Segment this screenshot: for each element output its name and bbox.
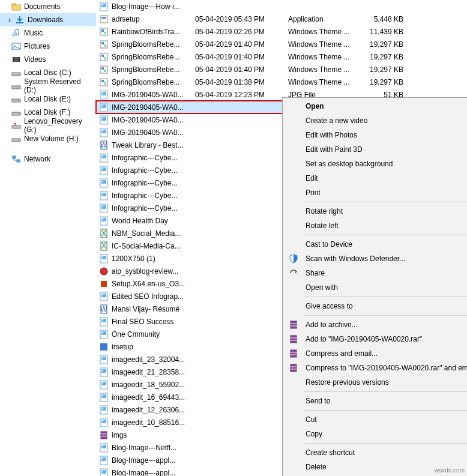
nav-item-system-reserved-d-[interactable]: System Reserved (D:)	[0, 79, 96, 92]
svg-point-105	[102, 395, 103, 396]
menu-item-copy[interactable]: Copy	[284, 427, 467, 441]
jpg-icon	[98, 405, 109, 415]
menu-item-set-as-desktop-background[interactable]: Set as desktop background	[284, 157, 467, 171]
svg-rect-107	[101, 407, 106, 411]
file-row[interactable]: SpringBloomsRebe...05-04-2019 01:40 PMWi…	[96, 38, 467, 50]
file-name: irsetup	[112, 343, 133, 351]
nav-item-network[interactable]: Network	[0, 152, 96, 166]
jpg-icon	[98, 165, 109, 176]
svg-point-80	[100, 268, 107, 275]
nav-item-downloads[interactable]: ›Downloads	[0, 13, 96, 26]
menu-item-label: Add to archive...	[306, 321, 358, 329]
file-type: Windows Theme ...	[288, 40, 366, 49]
file-name: imageedit_12_26306...	[112, 406, 185, 414]
nav-item-documents[interactable]: Documents	[0, 0, 96, 13]
menu-item-edit-with-photos[interactable]: Edit with Photos	[284, 128, 467, 142]
jpg-icon	[98, 417, 109, 428]
exe-icon	[98, 266, 109, 277]
menu-item-label: Delete	[306, 463, 327, 471]
file-name: SpringBloomsRebe...	[112, 78, 179, 86]
menu-item-create-a-new-video[interactable]: Create a new video	[284, 113, 467, 128]
menu-item-give-access-to[interactable]: Give access to›	[284, 299, 467, 313]
menu-separator	[304, 235, 467, 235]
doc-icon: W	[98, 304, 109, 315]
jpg-icon	[98, 367, 109, 378]
svg-rect-119	[101, 457, 106, 461]
file-date: 05-04-2019 05:43 PM	[195, 15, 288, 23]
jpg-icon	[98, 379, 109, 390]
file-date: 05-04-2019 01:40 PM	[195, 53, 288, 61]
nav-item-lenovo-recovery-g-[interactable]: Lenovo_Recovery (G:)	[0, 119, 96, 132]
file-row[interactable]: SpringBloomsRebe...05-04-2019 01:40 PMWi…	[96, 63, 467, 76]
menu-item-add-to-img-20190405-wa0020-rar[interactable]: Add to "IMG-20190405-WA0020.rar"	[284, 332, 467, 346]
file-name: Setup.X64.en-us_O3...	[112, 280, 185, 288]
office-icon	[98, 279, 109, 289]
doc-icon: W	[98, 140, 109, 151]
theme-icon	[98, 77, 109, 88]
menu-item-restore-previous-versions[interactable]: Restore previous versions	[284, 375, 467, 390]
menu-item-label: Edit with Photos	[306, 131, 357, 139]
menu-item-send-to[interactable]: Send to›	[284, 394, 467, 408]
file-name: adrsetup	[112, 15, 140, 23]
nav-item-label: Downloads	[28, 16, 63, 24]
svg-point-23	[102, 4, 103, 5]
file-row[interactable]: Blog-Image---How-i...	[96, 0, 467, 13]
svg-rect-19	[13, 156, 16, 158]
menu-item-rotate-left[interactable]: Rotate left	[284, 218, 467, 233]
nav-item-label: Documents	[24, 2, 61, 11]
menu-item-compress-to-img-20190405-wa0020-rar-and-email[interactable]: Compress to "IMG-20190405-WA0020.rar" an…	[284, 361, 467, 375]
svg-rect-88	[101, 319, 106, 322]
watermark: wsxdn.com	[435, 467, 465, 474]
svg-rect-1	[12, 4, 16, 5]
menu-item-share[interactable]: Share	[284, 266, 467, 280]
file-row[interactable]: RainbowOfBirdsTra...05-04-2019 02:26 PMW…	[96, 25, 467, 38]
svg-point-102	[102, 382, 103, 384]
file-name: RainbowOfBirdsTra...	[112, 28, 180, 36]
jpg-icon	[98, 291, 109, 302]
nav-item-new-volume-h-[interactable]: New Volume (H:)	[0, 132, 96, 145]
svg-point-92	[102, 332, 103, 333]
file-row[interactable]: SpringBloomsRebe...05-04-2019 01:38 PMWi…	[96, 76, 467, 88]
menu-item-rotate-right[interactable]: Rotate right	[284, 204, 467, 218]
nav-item-music[interactable]: Music	[0, 26, 96, 40]
menu-separator	[304, 443, 467, 444]
svg-point-99	[102, 370, 103, 371]
svg-rect-6	[13, 57, 14, 62]
file-name: imageedit_21_28358...	[112, 368, 185, 376]
jpg-icon	[98, 178, 109, 188]
menu-item-add-to-archive[interactable]: Add to archive...	[284, 318, 467, 332]
menu-item-cut[interactable]: Cut	[284, 412, 467, 427]
svg-rect-110	[101, 420, 106, 423]
menu-item-create-shortcut[interactable]: Create shortcut	[284, 445, 467, 460]
menu-item-cast-to-device[interactable]: Cast to Device›	[284, 237, 467, 252]
menu-item-open-with[interactable]: Open with›	[284, 280, 467, 295]
nav-item-local-disk-e-[interactable]: Local Disk (E:)	[0, 92, 96, 106]
menu-item-label: Open	[306, 102, 324, 110]
xls-icon: X	[98, 228, 109, 239]
menu-item-edit-with-paint-3d[interactable]: Edit with Paint 3D	[284, 142, 467, 157]
svg-point-9	[18, 74, 19, 75]
menu-item-scan-with-windows-defender[interactable]: Scan with Windows Defender...	[284, 252, 467, 266]
menu-item-open[interactable]: Open	[284, 99, 467, 113]
menu-item-label: Send to	[306, 397, 330, 405]
file-row[interactable]: SpringBloomsRebe...05-04-2019 01:40 PMWi…	[96, 50, 467, 63]
jpg-icon	[98, 102, 109, 113]
rar-icon	[288, 348, 300, 360]
jpg-icon	[98, 468, 109, 477]
menu-item-print[interactable]: Print	[284, 185, 467, 200]
file-row[interactable]: adrsetup05-04-2019 05:43 PMApplication5,…	[96, 13, 467, 25]
svg-rect-132	[291, 354, 297, 355]
nav-item-videos[interactable]: Videos	[0, 53, 96, 66]
menu-item-compress-and-email[interactable]: Compress and email...	[284, 346, 467, 361]
menu-item-edit[interactable]: Edit	[284, 171, 467, 185]
svg-text:X: X	[101, 229, 106, 238]
svg-point-57	[102, 155, 103, 157]
jpg-icon	[98, 215, 109, 226]
file-name: One Cmmunity	[112, 330, 160, 339]
file-name: SpringBloomsRebe...	[112, 65, 179, 74]
nav-item-pictures[interactable]: Pictures	[0, 40, 96, 53]
rar-icon	[288, 319, 300, 331]
theme-icon	[98, 39, 109, 50]
file-name: Infographic---Cybe...	[112, 154, 177, 162]
file-date: 05-04-2019 01:40 PM	[195, 65, 288, 74]
